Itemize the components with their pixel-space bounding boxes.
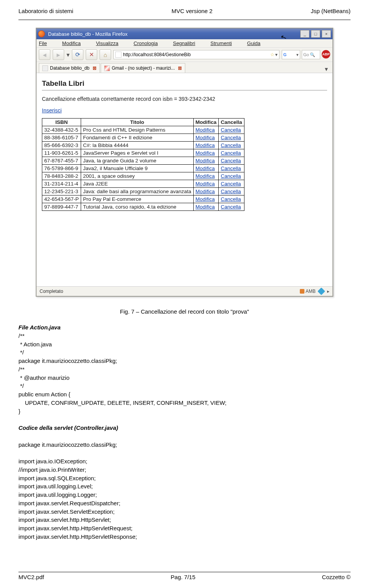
cell-isbn: 76-5789-866-9	[42, 165, 81, 172]
table-header-row: ISBN Titolo Modifica Cancella	[42, 119, 244, 126]
footer-left: MVC2.pdf	[18, 574, 44, 580]
search-input-go[interactable]: Go🔍	[302, 50, 320, 59]
cell-isbn: 31-2314-211-4	[42, 180, 81, 188]
cell-titolo: Fondamenti di C++ II edizione	[81, 134, 193, 142]
cancella-link[interactable]: Cancella	[219, 165, 244, 172]
table-row: 78-8483-288-22001, a space odisseyModifi…	[42, 172, 244, 180]
reload-button[interactable]: ⟳	[72, 49, 83, 60]
cell-titolo: Tutorial Java, corso rapido, 4.ta edizio…	[81, 203, 193, 211]
header-right: Jsp (NetBeans)	[311, 8, 351, 14]
table-row: 42-6543-567-PPro Pay Pal E-commerceModif…	[42, 195, 244, 203]
doc-header: Laboratorio di sistemi MVC versione 2 Js…	[18, 8, 351, 14]
search-input-google[interactable]: G▾	[282, 50, 300, 59]
url-input[interactable]: http://localhost:8084/GestioneBib ☆ ▾	[113, 50, 279, 59]
menu-help[interactable]: Guida	[247, 40, 268, 46]
tab-gmail[interactable]: Gmail - (no subject) - maurizi... ⊠	[101, 63, 185, 73]
cell-isbn: 12-2345-221-3	[42, 188, 81, 195]
cancella-link[interactable]: Cancella	[219, 172, 244, 180]
modifica-link[interactable]: Modifica	[193, 172, 219, 180]
status-text: Completato	[40, 289, 63, 294]
cell-titolo: Java2, il Manuale Ufficiale 9	[81, 165, 193, 172]
forward-button[interactable]: ►	[53, 49, 64, 60]
menu-history[interactable]: Cronologia	[134, 40, 165, 46]
menu-edit[interactable]: Modifica	[62, 40, 88, 46]
adblock-icon[interactable]: ABP	[322, 50, 330, 58]
tab-close-icon[interactable]: ⊠	[178, 65, 182, 71]
url-text: http://localhost:8084/GestioneBib	[123, 52, 191, 57]
cancella-link[interactable]: Cancella	[219, 195, 244, 203]
cancella-link[interactable]: Cancella	[219, 142, 244, 149]
cell-titolo: 2001, a space odissey	[81, 172, 193, 180]
cancella-link[interactable]: Cancella	[219, 149, 244, 157]
tab-biblio[interactable]: Database biblio_db ⊠	[39, 63, 100, 73]
cell-isbn: 42-6543-567-P	[42, 195, 81, 203]
minimize-button[interactable]: _	[300, 30, 309, 38]
cancella-link[interactable]: Cancella	[219, 203, 244, 211]
modifica-link[interactable]: Modifica	[193, 149, 219, 157]
bookmark-star-icon[interactable]: ☆	[270, 52, 274, 57]
modifica-link[interactable]: Modifica	[193, 126, 219, 134]
cell-isbn: 11-903-6261-5	[42, 149, 81, 157]
cell-titolo: Java J2EE	[81, 180, 193, 188]
modifica-link[interactable]: Modifica	[193, 165, 219, 172]
books-table: ISBN Titolo Modifica Cancella 32-4388-43…	[42, 118, 244, 211]
page-favicon-icon	[115, 52, 121, 58]
page-heading: Tabella Libri	[42, 79, 327, 88]
tab-close-icon[interactable]: ⊠	[93, 65, 96, 71]
code-block-2: package it.mauriziocozzetto.classiPkg; i…	[18, 441, 137, 540]
menu-view[interactable]: Visualizza	[96, 40, 125, 46]
modifica-link[interactable]: Modifica	[193, 180, 219, 188]
modifica-link[interactable]: Modifica	[193, 142, 219, 149]
divider	[18, 20, 351, 20]
search-label: Go	[303, 52, 309, 57]
cell-isbn: 88-386-6105-7	[42, 134, 81, 142]
menu-bookmarks[interactable]: Segnalibri	[173, 40, 202, 46]
cell-titolo: Pro Pay Pal E-commerce	[81, 195, 193, 203]
modifica-link[interactable]: Modifica	[193, 188, 219, 195]
doc-footer: MVC2.pdf Pag. 7/15 Cozzetto ©	[18, 572, 351, 580]
cancella-link[interactable]: Cancella	[219, 134, 244, 142]
modifica-link[interactable]: Modifica	[193, 195, 219, 203]
close-button[interactable]: ×	[322, 30, 331, 38]
modifica-link[interactable]: Modifica	[193, 157, 219, 165]
cell-isbn: 32-4388-432-5	[42, 126, 81, 134]
home-button[interactable]: ⌂	[100, 49, 111, 60]
status-bar: Completato AMB ▸	[37, 286, 332, 296]
menu-file[interactable]: File	[39, 40, 54, 46]
back-button[interactable]: ◄	[39, 49, 50, 60]
cancella-link[interactable]: Cancella	[219, 188, 244, 195]
col-cancella: Cancella	[219, 119, 244, 126]
cancella-link[interactable]: Cancella	[219, 157, 244, 165]
modifica-link[interactable]: Modifica	[193, 203, 219, 211]
status-message: Cancellazione effettuata correttamente r…	[42, 96, 327, 102]
menu-tools[interactable]: Strumenti	[211, 40, 239, 46]
diamond-icon[interactable]	[317, 287, 325, 295]
amb-indicator[interactable]: AMB	[300, 289, 316, 294]
modifica-link[interactable]: Modifica	[193, 134, 219, 142]
menu-bar: File Modifica Visualizza Cronologia Segn…	[37, 39, 332, 48]
header-center: MVC versione 2	[171, 8, 213, 14]
history-dropdown-icon[interactable]: ▾	[66, 51, 70, 58]
maximize-button[interactable]: □	[311, 30, 320, 38]
cancella-link[interactable]: Cancella	[219, 126, 244, 134]
footer-center: Pag. 7/15	[171, 574, 195, 580]
table-row: 76-5789-866-9Java2, il Manuale Ufficiale…	[42, 165, 244, 172]
header-left: Laboratorio di sistemi	[18, 8, 73, 14]
cell-titolo: C#: la Bibbia 44444	[81, 142, 193, 149]
tab-favicon-icon	[42, 65, 48, 71]
insert-link[interactable]: Inserisci	[42, 107, 62, 114]
table-row: 88-386-6105-7Fondamenti di C++ II edizio…	[42, 134, 244, 142]
tab-label: Database biblio_db	[50, 65, 90, 71]
stop-button[interactable]: ✕	[86, 49, 97, 60]
url-dropdown-icon[interactable]: ▾	[275, 52, 278, 57]
code-heading-1: File Action.java	[18, 324, 60, 331]
tabs-dropdown-icon[interactable]: ▾	[322, 65, 330, 73]
table-row: 85-666-6392-3C#: la Bibbia 44444Modifica…	[42, 142, 244, 149]
page: Laboratorio di sistemi MVC versione 2 Js…	[0, 0, 369, 588]
cancella-link[interactable]: Cancella	[219, 180, 244, 188]
window-title: Database biblio_db - Mozilla Firefox	[48, 31, 128, 37]
gmail-icon	[104, 65, 110, 71]
code-block-1: /** * Action.java */ package it.maurizio…	[18, 332, 226, 414]
status-dropdown-icon[interactable]: ▸	[327, 289, 329, 294]
col-titolo: Titolo	[81, 119, 193, 126]
